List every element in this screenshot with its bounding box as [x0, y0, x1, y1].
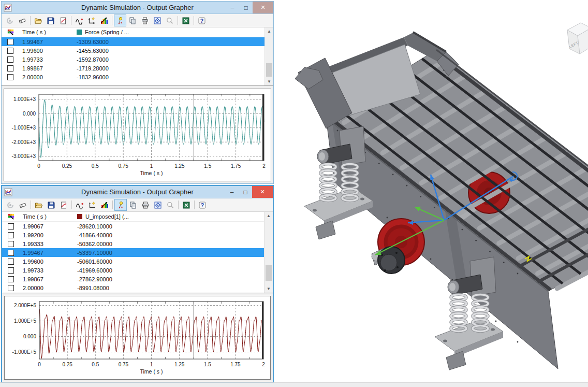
eraser-icon[interactable]	[16, 15, 28, 26]
3d-viewport[interactable]: LEFT	[274, 0, 588, 387]
excel-export-icon[interactable]	[180, 199, 193, 211]
close-button[interactable]: ✕	[253, 2, 273, 13]
maximize-button[interactable]: □	[239, 2, 253, 13]
table-row[interactable]: 1.99467-53397.10000	[2, 248, 273, 257]
u-imposed-chart[interactable]: 2.000E+51.000E+50.000-1.000E+500.250.50.…	[5, 297, 270, 379]
row-checkbox[interactable]	[8, 232, 14, 238]
new-axes-icon[interactable]	[86, 199, 98, 211]
table-row[interactable]: 1.99200-41866.40000	[2, 231, 273, 239]
help-icon[interactable]: ?	[196, 199, 209, 211]
copy-icon[interactable]	[126, 15, 139, 26]
results-table: Time ( s ) Force (Spring / ... 1.99467-1…	[2, 27, 273, 87]
svg-text:1.000E+3: 1.000E+3	[13, 96, 36, 102]
row-checkbox[interactable]	[8, 267, 14, 274]
spectrum-icon[interactable]	[98, 15, 110, 26]
display-options-icon[interactable]	[151, 15, 164, 26]
curve-icon[interactable]	[73, 15, 85, 26]
table-row[interactable]: 2.00000-1832.96000	[2, 73, 273, 81]
row-checkbox[interactable]	[7, 74, 13, 80]
table-row[interactable]: 1.99733-1592.87000	[2, 55, 273, 64]
table-header[interactable]: Time ( s ) Force (Spring / ...	[2, 27, 273, 37]
svg-text:-1.000E+5: -1.000E+5	[12, 349, 37, 355]
print-icon[interactable]	[139, 15, 151, 26]
print-icon[interactable]	[139, 199, 152, 211]
display-options-icon[interactable]	[152, 199, 164, 211]
table-scrollbar[interactable]: ▲ ▼	[264, 27, 273, 85]
curves-legend-icon[interactable]	[2, 28, 19, 36]
scrollbar-thumb[interactable]	[266, 265, 272, 281]
value-cell: -50601.60000	[77, 259, 273, 265]
column-header-value[interactable]: Force (Spring / ...	[85, 29, 129, 35]
row-checkbox[interactable]	[8, 250, 14, 256]
scroll-up-icon[interactable]: ▲	[264, 212, 273, 220]
copy-icon[interactable]	[127, 199, 139, 211]
row-checkbox[interactable]	[7, 48, 13, 54]
near-flywheel	[372, 219, 424, 274]
column-header-value[interactable]: U_imposed[1] (...	[85, 213, 129, 220]
svg-text:1.75: 1.75	[230, 362, 241, 367]
series-swatch	[77, 214, 82, 219]
table-row[interactable]: 1.99333-50362.00000	[2, 239, 273, 248]
row-checkbox[interactable]	[8, 223, 14, 230]
export-page-icon[interactable]	[57, 199, 70, 211]
minimize-button[interactable]: –	[226, 2, 239, 13]
help-icon[interactable]: ?	[196, 15, 208, 26]
save-icon[interactable]	[45, 199, 57, 211]
cad-model[interactable]: LEFT	[274, 0, 588, 387]
dynamic-simulation-icon[interactable]	[4, 199, 17, 211]
table-header[interactable]: Time ( s ) U_imposed[1] (...	[2, 212, 273, 222]
table-row[interactable]: 1.99600-50601.60000	[2, 257, 273, 266]
force-spring-chart[interactable]: 1.000E+30.000-1.000E+3-2.000E+3-3.000E+3…	[5, 90, 270, 180]
row-checkbox[interactable]	[7, 39, 13, 45]
value-cell: -8991.08000	[77, 285, 273, 291]
time-cell: 1.99867	[20, 276, 77, 282]
table-row[interactable]: 2.00000-8991.08000	[2, 283, 273, 292]
excel-export-icon[interactable]	[180, 15, 192, 26]
maximize-button[interactable]: □	[239, 186, 252, 198]
row-checkbox[interactable]	[8, 276, 14, 282]
minimize-button[interactable]: –	[225, 186, 239, 198]
spectrum-icon[interactable]	[98, 199, 111, 211]
x-axis-label: Time ( s )	[140, 170, 163, 176]
column-header-time[interactable]: Time ( s )	[19, 29, 77, 35]
scroll-down-icon[interactable]: ▼	[265, 78, 273, 85]
scroll-up-icon[interactable]: ▲	[265, 27, 273, 35]
table-row[interactable]: 1.99067-28620.10000	[2, 222, 273, 231]
probe-marker-icon[interactable]	[114, 199, 127, 211]
zoom-icon[interactable]	[164, 15, 176, 26]
curve-icon[interactable]	[74, 199, 86, 211]
save-icon[interactable]	[45, 15, 57, 26]
titlebar[interactable]: Dynamic Simulation - Output Grapher – □ …	[2, 2, 273, 14]
svg-text:1: 1	[150, 163, 153, 169]
table-scrollbar[interactable]: ▲ ▼	[264, 212, 273, 293]
zoom-icon[interactable]	[164, 199, 177, 211]
row-checkbox[interactable]	[7, 56, 13, 63]
open-icon[interactable]	[32, 15, 45, 26]
curves-legend-icon[interactable]	[2, 213, 20, 221]
table-row[interactable]: 1.99600-1455.63000	[2, 46, 273, 55]
table-row[interactable]: 1.99867-1719.28000	[2, 64, 273, 73]
scroll-down-icon[interactable]: ▼	[264, 285, 273, 293]
time-cell: 1.99067	[20, 223, 77, 230]
eraser-icon[interactable]	[17, 199, 29, 211]
scrollbar-thumb[interactable]	[266, 63, 272, 77]
svg-text:0: 0	[38, 362, 41, 367]
row-checkbox[interactable]	[7, 65, 13, 71]
table-row[interactable]: 1.99867-27862.90000	[2, 275, 273, 283]
app-icon	[4, 4, 12, 12]
table-row[interactable]: 1.99467-1309.63000	[2, 37, 273, 46]
titlebar[interactable]: Dynamic Simulation - Output Grapher – □ …	[2, 186, 273, 198]
table-row[interactable]: 1.99733-41969.60000	[2, 266, 273, 275]
value-cell: -41969.60000	[77, 267, 273, 274]
view-cube[interactable]: LEFT	[567, 23, 588, 54]
column-header-time[interactable]: Time ( s )	[20, 213, 77, 220]
row-checkbox[interactable]	[8, 241, 14, 247]
row-checkbox[interactable]	[8, 285, 14, 291]
row-checkbox[interactable]	[8, 259, 14, 265]
close-button[interactable]: ✕	[252, 186, 273, 198]
probe-marker-icon[interactable]	[114, 15, 126, 26]
dynamic-simulation-icon[interactable]	[4, 15, 16, 26]
open-icon[interactable]	[33, 199, 45, 211]
export-page-icon[interactable]	[57, 15, 69, 26]
new-axes-icon[interactable]	[85, 15, 98, 26]
